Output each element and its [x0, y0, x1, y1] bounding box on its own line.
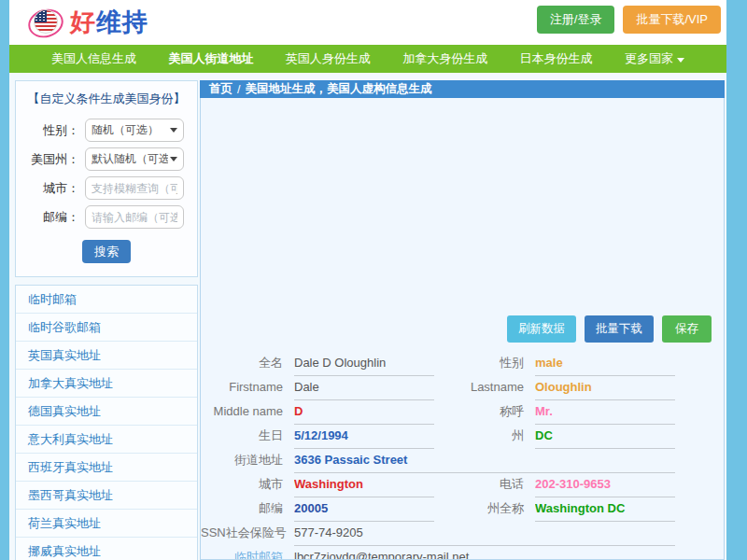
form-row: 邮编 20005 州全称 Washington DC [201, 497, 675, 522]
city-value[interactable]: Washington [294, 473, 434, 497]
save-button[interactable]: 保存 [662, 315, 712, 343]
zip-input[interactable] [85, 205, 184, 229]
state-row: 美国州： 默认随机（可选） [23, 147, 197, 171]
content-area: 【自定义条件生成美国身份】 性别： 随机（可选） 美国州： 默认随机（可选） [9, 73, 726, 560]
city-input[interactable] [85, 176, 184, 200]
firstname-value[interactable]: Dale [294, 376, 434, 400]
nav-item-uk-identity[interactable]: 英国人身份生成 [286, 50, 371, 67]
state-select[interactable]: 默认随机（可选） [85, 147, 184, 171]
nav-item-more-countries[interactable]: 更多国家 [625, 50, 684, 67]
state-label: 美国州： [23, 151, 79, 168]
breadcrumb-separator: / [237, 83, 240, 96]
batch-download-vip-button[interactable]: 批量下载/VIP [623, 6, 721, 34]
state-value[interactable]: DC [535, 425, 675, 449]
full-name-label: 全名 [201, 352, 283, 376]
custom-generator-panel: 【自定义条件生成美国身份】 性别： 随机（可选） 美国州： 默认随机（可选） [15, 80, 198, 277]
nav-item-us-street-address[interactable]: 美国人街道地址 [168, 50, 253, 67]
salutation-value[interactable]: Mr. [535, 400, 675, 425]
register-login-button[interactable]: 注册/登录 [537, 6, 615, 34]
nav-item-canada-identity[interactable]: 加拿大身份生成 [402, 50, 487, 67]
zip-value[interactable]: 20005 [294, 497, 434, 522]
gender-row: 性别： 随机（可选） [23, 119, 197, 142]
sidebar-item-mexico-address[interactable]: 墨西哥真实地址 [16, 482, 197, 510]
us-flag-icon [28, 6, 63, 39]
temp-email-value[interactable]: lbcr7zioydq@temporary-mail.net [294, 546, 675, 560]
empty-space [201, 98, 724, 315]
form-row: 城市 Washington 电话 202-310-9653 [201, 473, 675, 497]
ssn-value[interactable]: 577-74-9205 [294, 522, 675, 546]
middle-name-value[interactable]: D [294, 400, 434, 425]
form-row: 临时邮箱 lbcr7zioydq@temporary-mail.net [201, 546, 675, 560]
chevron-down-icon [170, 128, 177, 133]
header-buttons: 注册/登录 批量下载/VIP [537, 6, 721, 34]
phone-value[interactable]: 202-310-9653 [535, 473, 675, 497]
main-area: 首页 / 美国地址生成，美国人虚构信息生成 刷新数据 批量下载 保存 全名 Da… [200, 80, 725, 560]
sidebar-item-norway-address[interactable]: 挪威真实地址 [16, 538, 197, 560]
city-row: 城市： [23, 176, 197, 200]
nav-item-japan-identity[interactable]: 日本身份生成 [520, 50, 593, 67]
state-full-value[interactable]: Washington DC [535, 497, 675, 522]
sidebar-item-germany-address[interactable]: 德国真实地址 [16, 398, 197, 426]
batch-download-button[interactable]: 批量下载 [585, 315, 654, 343]
middle-name-label: Middle name [201, 400, 283, 425]
chevron-down-icon [677, 58, 684, 63]
phone-label: 电话 [434, 473, 524, 497]
chevron-down-icon [170, 157, 177, 161]
ssn-label: SSN社会保险号 [201, 522, 283, 546]
zip-label: 邮编： [23, 209, 79, 226]
birthday-label: 生日 [201, 425, 283, 449]
city-field-label: 城市 [201, 473, 283, 497]
page-container: 好维持 注册/登录 批量下载/VIP 美国人信息生成 美国人街道地址 英国人身份… [9, 0, 726, 560]
sidebar-item-uk-address[interactable]: 英国真实地址 [16, 342, 197, 370]
state-field-label: 州 [434, 425, 524, 449]
temp-email-label[interactable]: 临时邮箱 [201, 546, 283, 560]
refresh-data-button[interactable]: 刷新数据 [507, 315, 576, 343]
full-name-value[interactable]: Dale D Oloughlin [294, 352, 434, 376]
generator-title: 【自定义条件生成美国身份】 [16, 91, 197, 107]
sidebar: 【自定义条件生成美国身份】 性别： 随机（可选） 美国州： 默认随机（可选） [15, 80, 198, 560]
lastname-label: Lastname [434, 376, 524, 400]
breadcrumb-path: 美国地址生成，美国人虚构信息生成 [245, 81, 431, 97]
search-button[interactable]: 搜索 [82, 240, 131, 263]
form-row: 街道地址 3636 Passaic Street [201, 449, 675, 473]
form-row: 全名 Dale D Oloughlin 性别 male [201, 352, 675, 376]
zip-row: 邮编： [23, 205, 197, 229]
form-row: 生日 5/12/1994 州 DC [201, 425, 675, 449]
sidebar-item-italy-address[interactable]: 意大利真实地址 [16, 426, 197, 454]
salutation-label: 称呼 [434, 400, 524, 425]
gender-select[interactable]: 随机（可选） [85, 119, 184, 142]
sidebar-item-temp-email[interactable]: 临时邮箱 [16, 286, 197, 314]
street-label: 街道地址 [201, 449, 283, 473]
breadcrumb-home-link[interactable]: 首页 [209, 81, 233, 97]
gender-label: 性别： [23, 122, 79, 139]
sidebar-item-netherlands-address[interactable]: 荷兰真实地址 [16, 510, 197, 538]
breadcrumb: 首页 / 美国地址生成，美国人虚构信息生成 [200, 80, 725, 98]
street-value[interactable]: 3636 Passaic Street [294, 449, 675, 473]
form-row: SSN社会保险号 577-74-9205 [201, 522, 675, 546]
zip-field-label: 邮编 [201, 497, 283, 522]
nav-item-us-info[interactable]: 美国人信息生成 [51, 50, 136, 67]
identity-form: 全名 Dale D Oloughlin 性别 male Firstname Da… [201, 352, 675, 560]
main-nav: 美国人信息生成 美国人街道地址 英国人身份生成 加拿大身份生成 日本身份生成 更… [9, 45, 726, 73]
gender-field-label: 性别 [434, 352, 524, 376]
birthday-value[interactable]: 5/12/1994 [294, 425, 434, 449]
city-label: 城市： [23, 180, 79, 197]
lastname-value[interactable]: Oloughlin [535, 376, 675, 400]
state-full-label: 州全称 [434, 497, 524, 522]
gender-value[interactable]: male [535, 352, 675, 376]
main-panel: 刷新数据 批量下载 保存 全名 Dale D Oloughlin 性别 male… [200, 98, 725, 560]
action-buttons: 刷新数据 批量下载 保存 [201, 315, 724, 343]
firstname-label: Firstname [201, 376, 283, 400]
form-row: Firstname Dale Lastname Oloughlin [201, 376, 675, 400]
logo-text: 好维持 [70, 6, 148, 39]
sidebar-item-spain-address[interactable]: 西班牙真实地址 [16, 454, 197, 482]
sidebar-item-temp-gmail[interactable]: 临时谷歌邮箱 [16, 314, 197, 342]
sidebar-links-panel: 临时邮箱 临时谷歌邮箱 英国真实地址 加拿大真实地址 德国真实地址 意大利真实地… [15, 285, 198, 560]
form-row: Middle name D 称呼 Mr. [201, 400, 675, 425]
sidebar-item-canada-address[interactable]: 加拿大真实地址 [16, 370, 197, 398]
header: 好维持 注册/登录 批量下载/VIP [9, 0, 726, 45]
site-logo[interactable]: 好维持 [28, 6, 148, 39]
